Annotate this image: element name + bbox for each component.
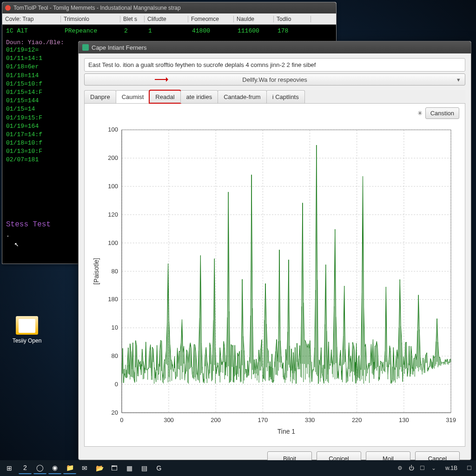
svg-text:0: 0 bbox=[115, 381, 118, 388]
chart-menu-icon[interactable]: ✳ bbox=[417, 110, 423, 117]
terminal-column-header[interactable]: Trimsionlo bbox=[61, 16, 120, 22]
terminal-column-header[interactable]: Naulde bbox=[234, 16, 274, 22]
tab-panel: ✳ Canstion 20080101808010012010020010003… bbox=[84, 104, 465, 447]
svg-text:100: 100 bbox=[108, 183, 118, 190]
combo-label: Dellfy.Wa for respeovies bbox=[242, 76, 307, 83]
response-chart: 2008010180801001201002001000300200170330… bbox=[89, 119, 460, 442]
svg-text:Tine 1: Tine 1 bbox=[278, 428, 296, 435]
svg-text:220: 220 bbox=[352, 416, 362, 423]
svg-text:80: 80 bbox=[111, 352, 118, 359]
app-icon bbox=[82, 44, 89, 51]
terminal-cell: PRepeance bbox=[65, 27, 124, 34]
terminal-cell: 1C AlT bbox=[6, 27, 65, 34]
terminal-cell: 178 bbox=[278, 27, 315, 34]
terminal-column-header[interactable]: Blet s bbox=[120, 16, 145, 22]
taskbar-app-icon[interactable]: 📁 bbox=[63, 462, 76, 474]
terminal-cell: 41800 bbox=[192, 27, 238, 34]
svg-text:200: 200 bbox=[211, 416, 221, 423]
taskbar-app-icon[interactable]: ✉ bbox=[78, 462, 91, 474]
notification-icon[interactable]: ☐ bbox=[465, 464, 473, 472]
taskbar-app-icon[interactable]: 2 bbox=[19, 462, 32, 474]
taskbar-app-icon[interactable]: 🗔 bbox=[108, 462, 121, 474]
dialog-titlebar[interactable]: Cape Intiant Ferners bbox=[79, 41, 471, 53]
chart-area: 2008010180801001201002001000300200170330… bbox=[89, 119, 460, 442]
taskbar-app-icon[interactable]: ◉ bbox=[48, 462, 61, 474]
tab-cantade-frum[interactable]: Cantade-frum bbox=[218, 90, 266, 103]
svg-text:170: 170 bbox=[258, 416, 268, 423]
tab-danpre[interactable]: Danpre bbox=[84, 90, 116, 103]
terminal-column-header[interactable]: Covle: Trap bbox=[2, 16, 61, 22]
svg-text:100: 100 bbox=[108, 239, 118, 246]
svg-text:319: 319 bbox=[446, 416, 456, 423]
svg-text:180: 180 bbox=[108, 296, 118, 303]
annotation-arrow bbox=[155, 79, 168, 80]
svg-text:20: 20 bbox=[111, 409, 118, 416]
terminal-column-header[interactable]: Clifudte bbox=[145, 16, 188, 22]
tray-icon[interactable]: ⚙ bbox=[396, 464, 404, 472]
terminal-table-header: Covle: TrapTrimsionloBlet sClifudteFomeo… bbox=[2, 13, 336, 25]
svg-text:80: 80 bbox=[111, 268, 118, 275]
tab-i-captlints[interactable]: i Captlints bbox=[266, 90, 305, 103]
tray-icon[interactable]: ☐ bbox=[418, 464, 427, 472]
taskbar-app-icon[interactable]: ▦ bbox=[123, 462, 136, 474]
svg-text:300: 300 bbox=[164, 416, 174, 423]
terminal-cell: 2 bbox=[124, 27, 148, 34]
svg-text:120: 120 bbox=[108, 211, 118, 218]
desktop-shortcut[interactable]: Tesiiy Open bbox=[8, 316, 46, 344]
terminal-data-row: 1C AlTPRepeance2141800111600178 bbox=[6, 27, 332, 34]
svg-text:[Paisotle]: [Paisotle] bbox=[93, 258, 100, 284]
svg-text:10: 10 bbox=[111, 324, 118, 331]
terminal-cell: 1 bbox=[148, 27, 192, 34]
svg-text:200: 200 bbox=[108, 154, 118, 161]
taskbar-app-icon[interactable]: 📂 bbox=[93, 462, 106, 474]
start-button[interactable]: ⊞ bbox=[3, 462, 16, 474]
svg-text:330: 330 bbox=[305, 416, 315, 423]
close-icon[interactable] bbox=[5, 5, 11, 11]
tab-readal[interactable]: Readal bbox=[149, 90, 180, 103]
terminal-column-header[interactable]: Todlio bbox=[274, 16, 311, 22]
taskbar-app-icon[interactable]: ▤ bbox=[138, 462, 151, 474]
tab-ate-iridies[interactable]: ate iridies bbox=[180, 90, 218, 103]
svg-text:100: 100 bbox=[108, 126, 118, 133]
dialog-tabs: DanpreCaumistReadalate iridiesCantade-fr… bbox=[84, 90, 465, 104]
folder-icon bbox=[16, 316, 38, 335]
taskbar: ⊞ 2◯◉📁✉📂🗔▦▤G ⚙⏻☐⌄ w.1B ☐ bbox=[0, 460, 476, 476]
tray-icon[interactable]: ⌄ bbox=[430, 464, 438, 472]
dialog-window: Cape Intiant Ferners East Test lo. ition… bbox=[78, 41, 471, 460]
tray-icon[interactable]: ⏻ bbox=[407, 464, 416, 472]
taskbar-app-icon[interactable]: ◯ bbox=[33, 462, 46, 474]
terminal-column-header[interactable]: Fomeomce bbox=[188, 16, 234, 22]
chart-action-button[interactable]: Canstion bbox=[425, 107, 459, 119]
dialog-description: East Test lo. ition a gualt srofftio fey… bbox=[84, 58, 465, 72]
terminal-titlebar[interactable]: TomTiolP Teol - Tomilg Memmets - Industa… bbox=[2, 2, 336, 13]
response-combo[interactable]: Dellfy.Wa for respeovies bbox=[84, 73, 465, 86]
taskbar-app-icon[interactable]: G bbox=[152, 462, 165, 474]
terminal-cell: 111600 bbox=[238, 27, 278, 34]
svg-text:130: 130 bbox=[399, 416, 409, 423]
tab-caumist[interactable]: Caumist bbox=[116, 90, 150, 103]
dialog-title: Cape Intiant Ferners bbox=[92, 44, 147, 51]
svg-text:0: 0 bbox=[120, 416, 123, 423]
desktop-icon-label: Tesiiy Open bbox=[8, 337, 46, 344]
terminal-title: TomTiolP Teol - Tomilg Memmets - Industa… bbox=[13, 5, 181, 11]
taskbar-clock: w.1B bbox=[441, 465, 462, 471]
